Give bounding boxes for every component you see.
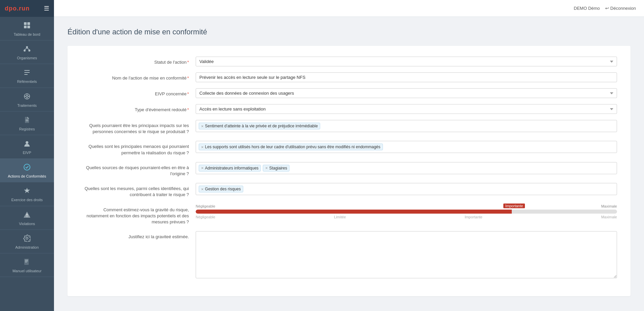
sidebar-item-violations[interactable]: Violations — [0, 206, 54, 230]
sources-tag-input[interactable]: × Administrateurs informatiques × Stagia… — [196, 162, 617, 174]
svg-rect-25 — [27, 216, 27, 217]
type-event-row: Type d'événement redouté* Accès en lectu… — [81, 104, 617, 114]
tag-remove-button[interactable]: × — [201, 187, 204, 191]
statut-label: Statut de l'action* — [81, 57, 196, 65]
gravite-slider-container: Négligeable Maximale Importante Négligea… — [196, 204, 617, 220]
svg-rect-2 — [24, 26, 27, 28]
svg-rect-10 — [24, 72, 30, 73]
svg-point-20 — [26, 141, 28, 144]
app-logo: dpo.run — [5, 5, 30, 12]
slider-track[interactable] — [196, 210, 617, 214]
nom-row: Nom de l'action de mise en conformité* — [81, 72, 617, 82]
organismes-icon — [23, 45, 31, 55]
impacts-row: Quels pourraient être les principaux imp… — [81, 120, 617, 135]
gravite-row: Comment estimez-vous la gravité du risqu… — [81, 204, 617, 225]
slider-current-label: Importante — [503, 204, 525, 208]
sidebar-header: dpo.run ☰ — [0, 0, 54, 17]
main-content: DEMO Démo ↩ Déconnexion Édition d'une ac… — [54, 0, 644, 311]
svg-point-21 — [24, 164, 30, 170]
statut-control: Validée En cours À traiter Abandonnée — [196, 57, 617, 66]
sidebar-item-exercice-droits[interactable]: Exercice des droits — [0, 182, 54, 206]
tableau-de-bord-icon — [23, 22, 31, 31]
tag-label: Administrateurs informatiques — [205, 166, 259, 170]
svg-point-26 — [26, 237, 28, 239]
sidebar-label-manuel-utilisateur: Manuel utilisateur — [12, 269, 41, 273]
logout-button[interactable]: ↩ Déconnexion — [605, 6, 636, 11]
eivp-row: EIVP concernée* Collecte des données de … — [81, 88, 617, 98]
sidebar-item-referentiels[interactable]: Référentiels — [0, 64, 54, 88]
sidebar-label-exercice-droits: Exercice des droits — [11, 198, 43, 202]
traitements-icon — [23, 93, 31, 102]
bottom-label-negligeable: Négligeable — [196, 215, 215, 219]
sidebar-item-organismes[interactable]: Organismes — [0, 40, 54, 64]
violations-icon — [23, 211, 31, 220]
sidebar-item-tableau-de-bord[interactable]: Tableau de bord — [0, 17, 54, 40]
sidebar-item-administration[interactable]: Administration — [0, 230, 54, 253]
tag-remove-button[interactable]: × — [201, 166, 204, 170]
sidebar-label-organismes: Organismes — [17, 56, 37, 60]
gravite-control: Négligeable Maximale Importante Négligea… — [196, 204, 617, 220]
svg-point-4 — [26, 46, 28, 48]
slider-labels-bottom: Négligeable Limitée Importante Maximale — [196, 215, 617, 219]
mesures-control: × Gestion des risques — [196, 183, 617, 195]
sidebar: dpo.run ☰ Tableau de bord Organismes Réf… — [0, 0, 54, 311]
menaces-label: Quelles sont les principales menaces qui… — [81, 141, 196, 156]
tag-remove-button[interactable]: × — [201, 145, 204, 149]
referentiels-icon — [23, 69, 31, 78]
svg-point-12 — [26, 95, 28, 97]
label-negligeable-top: Négligeable — [196, 204, 215, 208]
tag-remove-button[interactable]: × — [265, 166, 268, 170]
svg-line-8 — [27, 48, 29, 50]
svg-rect-3 — [27, 26, 30, 28]
page-content: Édition d'une action de mise en conformi… — [54, 17, 644, 311]
svg-rect-29 — [25, 261, 28, 261]
type-event-control: Accès en lecture sans exploitation Divul… — [196, 104, 617, 114]
logo-dot: .run — [17, 5, 30, 12]
tag-item: × Administrateurs informatiques — [199, 165, 261, 172]
hamburger-button[interactable]: ☰ — [44, 5, 49, 12]
exercice-droits-icon — [23, 187, 31, 196]
logout-icon: ↩ — [605, 6, 609, 11]
impacts-tag-input[interactable]: × Sentiment d'atteinte à la vie privée e… — [196, 120, 617, 132]
justification-textarea[interactable] — [196, 231, 617, 278]
administration-icon — [23, 235, 31, 244]
tag-item: × Stagiaires — [263, 165, 289, 172]
sources-control: × Administrateurs informatiques × Stagia… — [196, 162, 617, 174]
menaces-row: Quelles sont les principales menaces qui… — [81, 141, 617, 156]
bottom-label-limitee: Limitée — [334, 215, 346, 219]
type-event-select[interactable]: Accès en lecture sans exploitation Divul… — [196, 104, 617, 114]
sidebar-item-registres[interactable]: Registres — [0, 112, 54, 135]
page-title: Édition d'une action de mise en conformi… — [67, 28, 631, 36]
registres-icon — [23, 116, 31, 126]
mesures-tag-input[interactable]: × Gestion des risques — [196, 183, 617, 195]
topbar: DEMO Démo ↩ Déconnexion — [54, 0, 644, 17]
sidebar-label-actions-conformites: Actions de Conformités — [8, 174, 46, 179]
type-event-label: Type d'événement redouté* — [81, 104, 196, 113]
sidebar-item-eivp[interactable]: EIVP — [0, 135, 54, 159]
eivp-select[interactable]: Collecte des données de connexion des us… — [196, 88, 617, 98]
menaces-tag-input[interactable]: × Les supports sont utilisés hors de leu… — [196, 141, 617, 153]
sidebar-label-tableau-de-bord: Tableau de bord — [14, 32, 40, 37]
sidebar-item-actions-conformites[interactable]: Actions de Conformités — [0, 159, 54, 182]
nom-input[interactable] — [196, 72, 617, 82]
sidebar-item-traitements[interactable]: Traitements — [0, 88, 54, 112]
menaces-control: × Les supports sont utilisés hors de leu… — [196, 141, 617, 153]
sidebar-label-violations: Violations — [19, 222, 35, 226]
sources-row: Quelles sources de risques pourraient-el… — [81, 162, 617, 177]
sidebar-item-manuel-utilisateur[interactable]: Manuel utilisateur — [0, 253, 54, 277]
statut-select[interactable]: Validée En cours À traiter Abandonnée — [196, 57, 617, 66]
topbar-user: DEMO Démo — [574, 6, 600, 11]
label-maximale-top: Maximale — [601, 204, 617, 208]
svg-rect-28 — [25, 260, 28, 260]
tag-remove-button[interactable]: × — [201, 124, 204, 128]
sidebar-label-referentiels: Référentiels — [17, 80, 37, 84]
tag-label: Sentiment d'atteinte à la vie privée et … — [205, 124, 318, 128]
tag-label: Gestion des risques — [205, 187, 241, 191]
sources-label: Quelles sources de risques pourraient-el… — [81, 162, 196, 177]
tag-item: × Les supports sont utilisés hors de leu… — [199, 144, 383, 150]
svg-marker-22 — [24, 188, 30, 193]
justification-control — [196, 231, 617, 279]
tag-label: Stagiaires — [269, 166, 287, 170]
eivp-label: EIVP concernée* — [81, 88, 196, 97]
gravite-label: Comment estimez-vous la gravité du risqu… — [81, 204, 196, 225]
